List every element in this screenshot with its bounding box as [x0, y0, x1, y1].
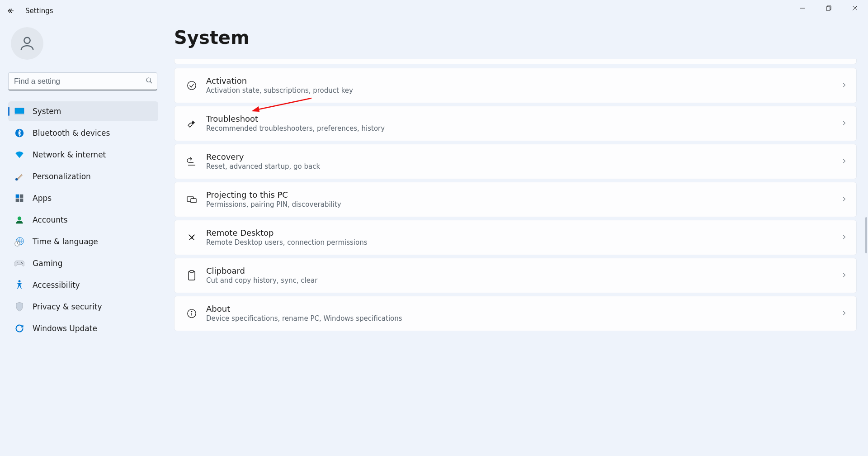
accounts-icon [14, 215, 24, 225]
svg-point-20 [21, 262, 22, 263]
sidebar-item-label: Personalization [33, 172, 91, 181]
sidebar-item-label: Privacy & security [33, 302, 102, 311]
card-subtitle: Permissions, pairing PIN, discoverabilit… [206, 200, 841, 209]
back-button[interactable] [0, 0, 22, 22]
card-title: Recovery [206, 152, 841, 162]
clock-globe-icon [14, 237, 24, 247]
card-title: Remote Desktop [206, 228, 841, 238]
accessibility-icon [14, 280, 24, 290]
app-title: Settings [25, 7, 53, 15]
card-title: Troubleshoot [206, 114, 841, 124]
card-title: Projecting to this PC [206, 190, 841, 200]
card-subtitle: Cut and copy history, sync, clear [206, 276, 841, 285]
sidebar: System Bluetooth & devices Network & int… [0, 27, 163, 340]
card-remote-desktop[interactable]: Remote Desktop Remote Desktop users, con… [174, 220, 857, 255]
svg-rect-27 [191, 199, 196, 203]
person-icon [18, 34, 36, 52]
svg-rect-15 [20, 199, 24, 202]
card-clipboard[interactable]: Clipboard Cut and copy history, sync, cl… [174, 258, 857, 293]
svg-marker-25 [251, 106, 259, 112]
svg-rect-32 [190, 271, 193, 272]
apps-icon [14, 193, 24, 203]
sidebar-item-label: Apps [33, 194, 52, 203]
arrow-left-icon [7, 7, 15, 15]
sidebar-item-gaming[interactable]: Gaming [8, 253, 158, 273]
recovery-arrow-icon [184, 157, 200, 166]
card-troubleshoot[interactable]: Troubleshoot Recommended troubleshooters… [174, 106, 857, 141]
sidebar-item-accounts[interactable]: Accounts [8, 210, 158, 230]
check-circle-icon [184, 81, 200, 90]
sidebar-item-label: Windows Update [33, 324, 97, 333]
sidebar-item-time-language[interactable]: Time & language [8, 232, 158, 252]
system-icon [14, 106, 24, 116]
sidebar-item-update[interactable]: Windows Update [8, 318, 158, 338]
bluetooth-icon [14, 128, 24, 138]
scrollbar-thumb[interactable] [865, 217, 867, 253]
remote-icon [184, 233, 200, 242]
search-input[interactable] [8, 72, 157, 90]
card-title: Clipboard [206, 266, 841, 276]
maximize-icon [826, 5, 831, 11]
chevron-right-icon [841, 195, 847, 204]
close-icon [852, 5, 858, 11]
sidebar-item-label: Gaming [33, 259, 62, 268]
card-partial-above[interactable] [174, 59, 857, 64]
svg-point-11 [15, 178, 18, 180]
minimize-button[interactable] [789, 0, 816, 16]
svg-point-23 [188, 81, 196, 90]
chevron-right-icon [841, 309, 847, 318]
avatar[interactable] [11, 27, 43, 60]
card-subtitle: Device specifications, rename PC, Window… [206, 314, 841, 323]
svg-rect-13 [20, 195, 24, 198]
card-about[interactable]: About Device specifications, rename PC, … [174, 296, 857, 331]
svg-point-35 [191, 311, 192, 312]
card-subtitle: Activation state, subscriptions, product… [206, 86, 841, 95]
main-content: System Activation Activation state, subs… [174, 27, 857, 334]
sidebar-item-apps[interactable]: Apps [8, 188, 158, 208]
chevron-right-icon [841, 119, 847, 128]
sidebar-item-label: Time & language [33, 237, 98, 246]
card-recovery[interactable]: Recovery Reset, advanced startup, go bac… [174, 144, 857, 179]
svg-point-16 [18, 217, 21, 220]
wifi-icon [14, 150, 24, 160]
search-field-wrap [8, 72, 157, 90]
sidebar-item-bluetooth[interactable]: Bluetooth & devices [8, 123, 158, 143]
brush-icon [14, 171, 24, 181]
title-bar: Settings [0, 0, 868, 22]
svg-rect-2 [826, 7, 830, 10]
card-subtitle: Remote Desktop users, connection permiss… [206, 238, 841, 247]
sidebar-item-label: Accounts [33, 215, 68, 224]
sidebar-item-system[interactable]: System [8, 101, 158, 121]
maximize-button[interactable] [816, 0, 842, 16]
minimize-icon [800, 5, 805, 11]
svg-rect-8 [15, 108, 24, 114]
gaming-icon [14, 258, 24, 268]
sidebar-item-label: Network & internet [33, 150, 106, 159]
svg-point-19 [17, 262, 18, 263]
card-subtitle: Reset, advanced startup, go back [206, 162, 841, 171]
page-title: System [174, 27, 857, 48]
card-projecting[interactable]: Projecting to this PC Permissions, pairi… [174, 182, 857, 217]
chevron-right-icon [841, 157, 847, 166]
close-button[interactable] [842, 0, 868, 16]
update-icon [14, 323, 24, 333]
sidebar-item-personalization[interactable]: Personalization [8, 166, 158, 186]
info-circle-icon [184, 309, 200, 318]
chevron-right-icon [841, 271, 847, 280]
shield-icon [14, 302, 24, 312]
sidebar-item-network[interactable]: Network & internet [8, 145, 158, 165]
clipboard-icon [184, 270, 200, 281]
card-activation[interactable]: Activation Activation state, subscriptio… [174, 68, 857, 103]
chevron-right-icon [841, 233, 847, 242]
chevron-right-icon [841, 81, 847, 90]
sidebar-item-privacy[interactable]: Privacy & security [8, 297, 158, 317]
sidebar-item-accessibility[interactable]: Accessibility [8, 275, 158, 295]
svg-point-21 [22, 263, 23, 264]
card-title: Activation [206, 76, 841, 86]
window-controls [789, 0, 868, 16]
svg-rect-9 [14, 114, 24, 115]
svg-rect-12 [16, 195, 19, 198]
svg-point-5 [24, 38, 30, 43]
card-title: About [206, 304, 841, 314]
project-icon [184, 195, 200, 204]
